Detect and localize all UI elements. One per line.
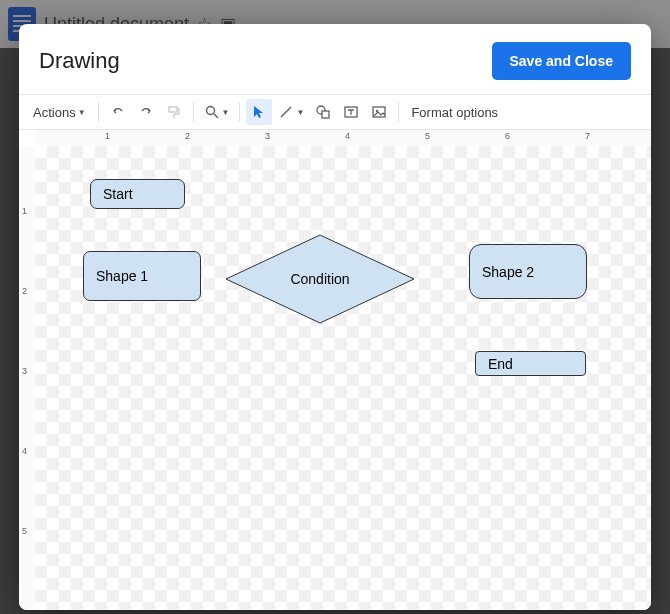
shape-start[interactable]: Start: [90, 179, 185, 209]
drawing-header: Drawing Save and Close: [19, 24, 651, 94]
paint-format-button[interactable]: [161, 99, 187, 125]
zoom-menu[interactable]: ▼: [200, 99, 234, 125]
chevron-down-icon: ▼: [222, 108, 230, 117]
toolbar-separator: [398, 102, 399, 122]
redo-icon: [138, 104, 154, 120]
shape-shape1[interactable]: Shape 1: [83, 251, 201, 301]
drawing-canvas[interactable]: Start Shape 1 Condition Shape 2 End: [35, 146, 651, 610]
drawing-toolbar: Actions ▼: [19, 94, 651, 130]
drawing-workspace: 1 2 3 4 5 Start Shape 1 Condition Shape …: [19, 146, 651, 610]
textbox-tool[interactable]: [338, 99, 364, 125]
svg-line-3: [281, 107, 291, 117]
shape-condition[interactable]: Condition: [225, 234, 415, 324]
svg-line-2: [214, 114, 218, 118]
actions-label: Actions: [33, 105, 76, 120]
toolbar-separator: [98, 102, 99, 122]
chevron-down-icon: ▼: [296, 108, 304, 117]
shape-label: End: [488, 356, 513, 372]
undo-button[interactable]: [105, 99, 131, 125]
shape-end[interactable]: End: [475, 351, 586, 376]
actions-menu[interactable]: Actions ▼: [27, 99, 92, 125]
shape-label: Start: [103, 186, 133, 202]
ruler-horizontal: 1 2 3 4 5 6 7: [35, 130, 651, 146]
shape-label: Condition: [225, 234, 415, 324]
drawing-modal: Drawing Save and Close Actions ▼: [19, 24, 651, 610]
save-and-close-button[interactable]: Save and Close: [492, 42, 632, 80]
format-label: Format options: [411, 105, 498, 120]
cursor-icon: [251, 104, 267, 120]
shape-label: Shape 1: [96, 268, 148, 284]
select-tool[interactable]: [246, 99, 272, 125]
toolbar-separator: [239, 102, 240, 122]
svg-rect-0: [169, 107, 177, 112]
undo-icon: [110, 104, 126, 120]
toolbar-separator: [193, 102, 194, 122]
shape-label: Shape 2: [482, 264, 534, 280]
paint-roller-icon: [166, 104, 182, 120]
chevron-down-icon: ▼: [78, 108, 86, 117]
shape-icon: [315, 104, 331, 120]
svg-point-1: [206, 107, 214, 115]
shape-shape2[interactable]: Shape 2: [469, 244, 587, 299]
image-tool[interactable]: [366, 99, 392, 125]
line-icon: [278, 104, 294, 120]
drawing-title: Drawing: [39, 48, 492, 74]
redo-button[interactable]: [133, 99, 159, 125]
format-options-button[interactable]: Format options: [405, 99, 504, 125]
image-icon: [371, 104, 387, 120]
svg-rect-5: [322, 111, 329, 118]
textbox-icon: [343, 104, 359, 120]
zoom-icon: [204, 104, 220, 120]
ruler-vertical: 1 2 3 4 5: [19, 146, 35, 610]
shape-tool[interactable]: [310, 99, 336, 125]
line-tool[interactable]: ▼: [274, 99, 308, 125]
